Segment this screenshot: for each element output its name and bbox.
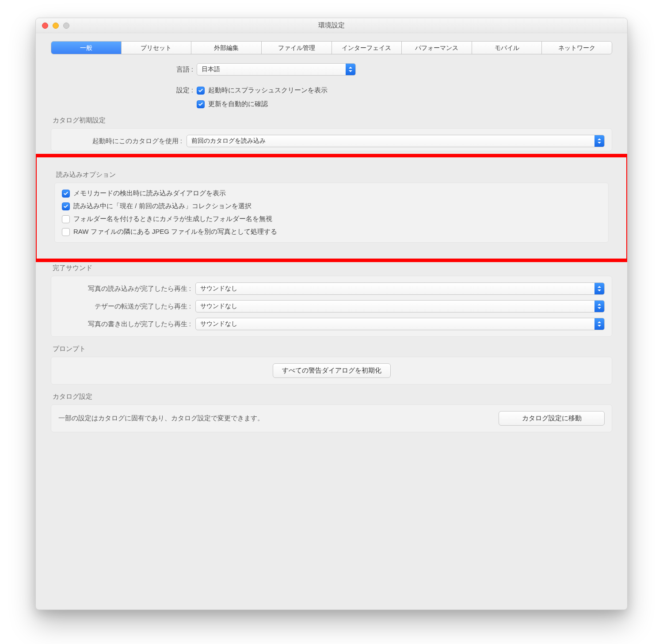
sound-export-value: サウンドなし	[196, 320, 594, 328]
language-value: 日本語	[197, 65, 346, 73]
catalog-init-value: 前回のカタログを読み込み	[187, 137, 594, 145]
auto-update-checkbox[interactable]	[197, 100, 205, 108]
sound-tether-label: テザーの転送が完了したら再生 :	[58, 302, 195, 311]
tab-bar: 一般 プリセット 外部編集 ファイル管理 インターフェイス パフォーマンス モバ…	[51, 41, 612, 54]
auto-update-label: 更新を自動的に確認	[208, 100, 268, 108]
window-title: 環境設定	[36, 21, 627, 30]
import-opt-label-1: 読み込み中に「現在 / 前回の読み込み」コレクションを選択	[73, 202, 251, 210]
import-opt-label-3: RAW ファイルの隣にある JPEG ファイルを別の写真として処理する	[73, 228, 277, 236]
settings-label: 設定 :	[51, 86, 197, 95]
tab-general[interactable]: 一般	[51, 42, 122, 54]
import-opt-checkbox-1[interactable]	[62, 202, 70, 210]
language-label: 言語 :	[51, 65, 197, 74]
import-opt-checkbox-3[interactable]	[62, 228, 70, 236]
catalog-init-panel: 起動時にこのカタログを使用 : 前回のカタログを読み込み	[51, 128, 612, 151]
splash-label: 起動時にスプラッシュスクリーンを表示	[208, 86, 328, 95]
tab-presets[interactable]: プリセット	[122, 42, 192, 54]
prompt-title: プロンプト	[53, 345, 612, 353]
sound-tether-value: サウンドなし	[196, 302, 594, 310]
tab-interface[interactable]: インターフェイス	[332, 42, 402, 54]
sound-import-value: サウンドなし	[196, 285, 594, 293]
sound-import-label: 写真の読み込みが完了したら再生 :	[58, 285, 195, 293]
updown-icon	[594, 283, 604, 294]
tab-mobile[interactable]: モバイル	[472, 42, 542, 54]
preferences-window: 環境設定 一般 プリセット 外部編集 ファイル管理 インターフェイス パフォーマ…	[35, 18, 628, 610]
sounds-panel: 写真の読み込みが完了したら再生 : サウンドなし テザーの転送が完了したら再生 …	[51, 276, 612, 337]
catalog-settings-text: 一部の設定はカタログに固有であり、カタログ設定で変更できます。	[58, 414, 264, 423]
titlebar: 環境設定	[36, 18, 627, 33]
catalog-settings-panel: 一部の設定はカタログに固有であり、カタログ設定で変更できます。 カタログ設定に移…	[51, 404, 612, 432]
import-options-title: 読み込みオプション	[56, 171, 609, 179]
updown-icon	[594, 318, 604, 330]
reset-warnings-button[interactable]: すべての警告ダイアログを初期化	[273, 363, 391, 378]
catalog-init-title: カタログ初期設定	[53, 116, 612, 125]
goto-catalog-settings-button[interactable]: カタログ設定に移動	[499, 411, 605, 426]
tab-network[interactable]: ネットワーク	[542, 42, 612, 54]
tab-performance[interactable]: パフォーマンス	[402, 42, 472, 54]
tab-external-editing[interactable]: 外部編集	[191, 42, 262, 54]
updown-icon	[594, 301, 604, 312]
catalog-init-select[interactable]: 前回のカタログを読み込み	[187, 135, 605, 147]
import-opt-checkbox-0[interactable]	[62, 190, 70, 198]
import-opt-label-2: フォルダー名を付けるときにカメラが生成したフォルダー名を無視	[73, 215, 272, 223]
sound-export-select[interactable]: サウンドなし	[195, 318, 605, 330]
import-options-panel: メモリカードの検出時に読み込みダイアログを表示 読み込み中に「現在 / 前回の読…	[54, 183, 609, 243]
sound-tether-select[interactable]: サウンドなし	[195, 300, 605, 312]
tab-file-handling[interactable]: ファイル管理	[262, 42, 332, 54]
updown-icon	[346, 64, 355, 75]
splash-checkbox[interactable]	[197, 87, 205, 95]
sounds-title: 完了サウンド	[53, 264, 612, 272]
import-opt-label-0: メモリカードの検出時に読み込みダイアログを表示	[73, 189, 226, 198]
import-options-highlight: 読み込みオプション メモリカードの検出時に読み込みダイアログを表示 読み込み中に…	[35, 154, 628, 262]
zoom-icon[interactable]	[63, 23, 69, 29]
catalog-init-label: 起動時にこのカタログを使用 :	[58, 137, 187, 145]
catalog-settings-title: カタログ設定	[53, 392, 612, 401]
import-opt-checkbox-2[interactable]	[62, 215, 70, 223]
updown-icon	[594, 135, 604, 147]
language-select[interactable]: 日本語	[197, 63, 356, 76]
sound-import-select[interactable]: サウンドなし	[195, 282, 605, 295]
prompt-panel: すべての警告ダイアログを初期化	[51, 357, 612, 385]
sound-export-label: 写真の書き出しが完了したら再生 :	[58, 320, 195, 328]
close-icon[interactable]	[42, 23, 48, 29]
minimize-icon[interactable]	[53, 23, 59, 29]
